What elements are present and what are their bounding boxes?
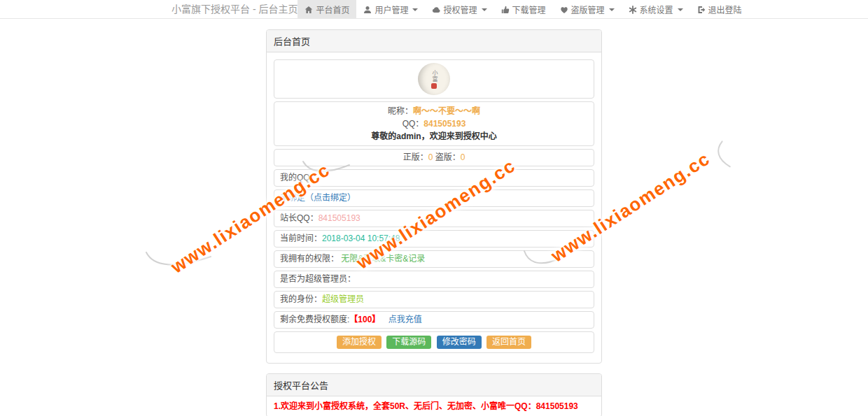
row-value: 超级管理员: [322, 294, 364, 304]
chevron-down-icon: [678, 8, 683, 11]
avatar: 小富: [418, 63, 450, 95]
nickname-line: 昵称：啊～～不要～～啊: [277, 105, 591, 117]
nav-item-label: 系统设置: [640, 3, 673, 15]
heart-icon: [560, 6, 568, 14]
profile-row: 昵称：啊～～不要～～啊 QQ：841505193 尊敬的admin，欢迎来到授权…: [274, 101, 594, 146]
home-icon: [304, 6, 313, 14]
row-label: 是否为超级管理员：: [280, 274, 356, 284]
row-value: 841505193: [318, 213, 360, 223]
nickname-value: 啊～～不要～～啊: [413, 106, 480, 116]
logout-icon: [697, 6, 706, 14]
nav-item-download-management[interactable]: 下载管理: [494, 0, 553, 19]
row-value: 无限&获取&卡密&记录: [341, 254, 425, 264]
quota-row: 剩余免费授权额度:【100】 点我充值: [274, 311, 594, 329]
navbar: 小富旗下授权平台 - 后台主页 平台首页 用户管理 授权管理: [0, 0, 868, 19]
cloud-icon: [432, 6, 440, 14]
recharge-link[interactable]: 点我充值: [388, 315, 422, 324]
current-time-row: 当前时间：2018-03-04 10:57:48: [274, 230, 594, 248]
notice-panel: 授权平台公告 1.欢迎来到小富授权系统，全套50R、无后门、无加密、小富唯一QQ…: [266, 373, 602, 416]
genuine-label: 正版：: [403, 152, 428, 162]
main-content: 后台首页 小富 昵称：啊～～不要～～啊 QQ：841505193 尊敬的admi…: [266, 29, 602, 416]
qq-line: QQ：841505193: [277, 117, 591, 130]
nickname-label: 昵称：: [388, 106, 413, 116]
home-panel-body: 小富 昵称：啊～～不要～～啊 QQ：841505193 尊敬的admin，欢迎来…: [267, 52, 601, 363]
notice-panel-body: 1.欢迎来到小富授权系统，全套50R、无后门、无加密、小富唯一QQ：841505…: [267, 396, 601, 416]
avatar-seal-icon: [431, 83, 437, 89]
add-auth-button[interactable]: 添加授权: [337, 336, 382, 349]
notice-text: 1.欢迎来到小富授权系统，全套50R、无后门、无加密、小富唯一QQ：841505…: [274, 401, 594, 412]
nav-item-label: 退出登陆: [708, 3, 742, 15]
nav-item-label: 下载管理: [512, 3, 546, 15]
nav-item-label: 盗版管理: [571, 3, 605, 15]
super-admin-row: 是否为超级管理员：: [274, 271, 594, 288]
quota-value: 【100】: [349, 315, 380, 324]
pirate-label: 盗版：: [435, 152, 461, 162]
nav-item-system-settings[interactable]: 系统设置: [622, 0, 690, 19]
qq-value: 841505193: [424, 119, 465, 129]
bind-row: 未绑定（点击绑定）: [274, 189, 594, 207]
home-panel-title: 后台首页: [267, 30, 601, 52]
brand-title: 小富旗下授权平台 - 后台主页: [172, 0, 298, 19]
row-value: 2018-03-04 10:57:48: [322, 234, 400, 243]
action-buttons-row: 添加授权 下载源码 修改密码 返回首页: [274, 331, 594, 353]
row-label: 我的QQ：: [280, 173, 318, 182]
row-label: 我的身份：: [280, 294, 322, 304]
nav-item-piracy-management[interactable]: 盗版管理: [553, 0, 622, 19]
navbar-container: 小富旗下授权平台 - 后台主页 平台首页 用户管理 授权管理: [172, 0, 696, 19]
webmaster-qq-row: 站长QQ：841505193: [274, 210, 594, 227]
genuine-value: 0: [428, 152, 433, 162]
avatar-row: 小富: [274, 59, 594, 99]
nav-item-label: 用户管理: [374, 3, 408, 15]
user-icon: [363, 6, 372, 14]
watermark-curl-icon: [709, 138, 738, 172]
stats-row: 正版：0 盗版：0: [274, 149, 594, 166]
row-label: 当前时间：: [280, 234, 322, 243]
nav-item-logout[interactable]: 退出登陆: [690, 0, 749, 19]
back-home-button[interactable]: 返回首页: [486, 336, 531, 349]
nav-item-platform-home[interactable]: 平台首页: [298, 0, 356, 19]
download-source-button[interactable]: 下载源码: [386, 336, 431, 349]
nav-item-auth-management[interactable]: 授权管理: [425, 0, 493, 19]
nav-item-label: 授权管理: [443, 3, 477, 15]
home-panel: 后台首页 小富 昵称：啊～～不要～～啊 QQ：841505193 尊敬的admi…: [266, 29, 602, 364]
nav-item-user-management[interactable]: 用户管理: [356, 0, 425, 19]
row-label: 我拥有的权限：: [280, 254, 341, 264]
my-qq-row: 我的QQ：: [274, 169, 594, 187]
qq-label: QQ：: [402, 119, 424, 129]
watermark-curl-icon: [144, 248, 214, 269]
welcome-message: 尊敬的admin，欢迎来到授权中心: [277, 130, 591, 143]
main-nav: 平台首页 用户管理 授权管理 下载管理: [298, 0, 748, 19]
identity-row: 我的身份：超级管理员: [274, 291, 594, 308]
bind-link[interactable]: 未绑定（点击绑定）: [280, 193, 356, 203]
row-label: 站长QQ：: [280, 213, 318, 223]
pirate-value: 0: [461, 152, 465, 162]
notice-panel-title: 授权平台公告: [267, 374, 601, 396]
chevron-down-icon: [482, 8, 487, 11]
avatar-text: 小富: [431, 70, 437, 83]
chevron-down-icon: [412, 8, 418, 11]
chevron-down-icon: [609, 8, 615, 11]
quota-label: 剩余免费授权额度:: [280, 315, 349, 324]
thumbs-up-icon: [501, 6, 510, 14]
change-password-button[interactable]: 修改密码: [437, 336, 482, 349]
nav-item-label: 平台首页: [316, 3, 349, 15]
permissions-row: 我拥有的权限： 无限&获取&卡密&记录: [274, 250, 594, 268]
asterisk-icon: [629, 6, 637, 14]
